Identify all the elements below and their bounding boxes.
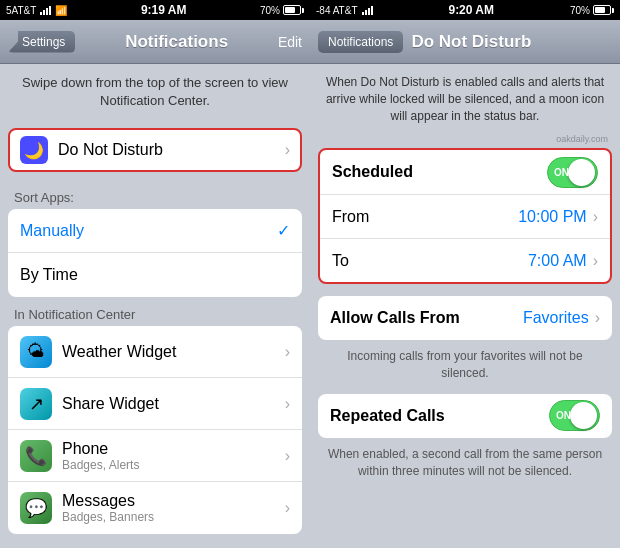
toggle-knob	[568, 159, 595, 186]
watermark: oakdaily.com	[310, 134, 620, 144]
nav-title-right: Do Not Disturb	[411, 32, 531, 52]
from-value: 10:00 PM	[518, 208, 586, 226]
phone-app-name: Phone	[62, 440, 285, 458]
scheduled-toggle[interactable]: ON	[547, 157, 598, 188]
nav-bar-left: Settings Notifications Edit	[0, 20, 310, 64]
scheduled-section: Scheduled ON From 10:00 PM › To 7:00 AM …	[318, 148, 612, 284]
scheduled-row[interactable]: Scheduled ON	[320, 150, 610, 194]
nav-bar-right: Notifications Do Not Disturb	[310, 20, 620, 64]
right-status-left: 70%	[260, 5, 304, 16]
messages-app-icon: 💬	[20, 492, 52, 524]
messages-chevron: ›	[285, 499, 290, 517]
signal-icon-right	[362, 5, 373, 15]
dnd-chevron: ›	[285, 141, 290, 159]
repeated-calls-row[interactable]: Repeated Calls ON	[318, 394, 612, 438]
phone-app-icon: 📞	[20, 440, 52, 472]
in-notification-center-header: In Notification Center	[0, 297, 310, 326]
do-not-disturb-row[interactable]: 🌙 Do Not Disturb ›	[8, 128, 302, 172]
allow-calls-value: Favorites	[523, 309, 589, 327]
from-row[interactable]: From 10:00 PM ›	[320, 194, 610, 238]
battery-icon-left	[283, 5, 304, 15]
checkmark-manually: ✓	[277, 221, 290, 240]
left-status-right: -84 AT&T	[316, 5, 373, 16]
allow-calls-row[interactable]: Allow Calls From Favorites ›	[318, 296, 612, 340]
nav-title-left: Notifications	[125, 32, 228, 52]
battery-percent-right: 70%	[570, 5, 590, 16]
app-row-weather[interactable]: 🌤 Weather Widget ›	[8, 326, 302, 378]
sort-list: Manually ✓ By Time	[8, 209, 302, 297]
to-value: 7:00 AM	[528, 252, 587, 270]
from-label: From	[332, 208, 518, 226]
share-app-icon: ↗	[20, 388, 52, 420]
back-button-right[interactable]: Notifications	[318, 31, 403, 53]
right-description: When Do Not Disturb is enabled calls and…	[310, 64, 620, 134]
share-app-name: Share Widget	[62, 395, 285, 413]
messages-app-info: Messages Badges, Banners	[62, 492, 285, 524]
sort-by-time[interactable]: By Time	[8, 253, 302, 297]
share-chevron: ›	[285, 395, 290, 413]
messages-app-name: Messages	[62, 492, 285, 510]
allow-calls-section: Allow Calls From Favorites ›	[318, 296, 612, 340]
signal-icon-left	[40, 5, 51, 15]
sort-manually-label: Manually	[20, 222, 277, 240]
allow-calls-chevron: ›	[595, 309, 600, 327]
phone-chevron: ›	[285, 447, 290, 465]
app-row-phone[interactable]: 📞 Phone Badges, Alerts ›	[8, 430, 302, 482]
back-button-left[interactable]: Settings	[8, 31, 75, 53]
status-bar-left: 5AT&T 📶 9:19 AM 70%	[0, 0, 310, 20]
left-description: Swipe down from the top of the screen to…	[0, 64, 310, 120]
phone-app-sub: Badges, Alerts	[62, 458, 285, 472]
sort-apps-header: Sort Apps:	[0, 180, 310, 209]
carrier-left: 5AT&T	[6, 5, 36, 16]
right-panel: -84 AT&T 9:20 AM 70% Notifications Do No…	[310, 0, 620, 548]
to-label: To	[332, 252, 528, 270]
to-row[interactable]: To 7:00 AM ›	[320, 238, 610, 282]
left-panel: 5AT&T 📶 9:19 AM 70% Settings Notificatio…	[0, 0, 310, 548]
weather-app-icon: 🌤	[20, 336, 52, 368]
dnd-label: Do Not Disturb	[58, 141, 285, 159]
edit-button[interactable]: Edit	[278, 34, 302, 50]
time-left: 9:19 AM	[141, 3, 187, 17]
repeated-toggle-on-text: ON	[556, 410, 571, 421]
battery-icon-right	[593, 5, 614, 15]
scheduled-label: Scheduled	[332, 163, 547, 181]
weather-chevron: ›	[285, 343, 290, 361]
phone-app-info: Phone Badges, Alerts	[62, 440, 285, 472]
allow-calls-sub: Incoming calls from your favorites will …	[310, 344, 620, 390]
repeated-calls-sub: When enabled, a second call from the sam…	[310, 442, 620, 488]
to-chevron: ›	[593, 252, 598, 270]
from-chevron: ›	[593, 208, 598, 226]
carrier-right: -84 AT&T	[316, 5, 358, 16]
messages-app-sub: Badges, Banners	[62, 510, 285, 524]
allow-calls-label: Allow Calls From	[330, 309, 523, 327]
wifi-icon-left: 📶	[55, 5, 67, 16]
app-row-share[interactable]: ↗ Share Widget ›	[8, 378, 302, 430]
repeated-calls-section: Repeated Calls ON	[318, 394, 612, 438]
time-right: 9:20 AM	[448, 3, 494, 17]
moon-icon: 🌙	[20, 136, 48, 164]
app-row-messages[interactable]: 💬 Messages Badges, Banners ›	[8, 482, 302, 534]
weather-app-info: Weather Widget	[62, 343, 285, 361]
app-list: 🌤 Weather Widget › ↗ Share Widget › 📞 Ph…	[8, 326, 302, 534]
repeated-calls-label: Repeated Calls	[330, 407, 549, 425]
right-status-right: 70%	[570, 5, 614, 16]
repeated-calls-toggle[interactable]: ON	[549, 400, 600, 431]
repeated-toggle-knob	[570, 402, 597, 429]
left-status-left: 5AT&T 📶	[6, 5, 67, 16]
sort-manually[interactable]: Manually ✓	[8, 209, 302, 253]
battery-percent-left: 70%	[260, 5, 280, 16]
sort-bytime-label: By Time	[20, 266, 290, 284]
toggle-on-text: ON	[554, 167, 569, 178]
share-app-info: Share Widget	[62, 395, 285, 413]
status-bar-right: -84 AT&T 9:20 AM 70%	[310, 0, 620, 20]
weather-app-name: Weather Widget	[62, 343, 285, 361]
